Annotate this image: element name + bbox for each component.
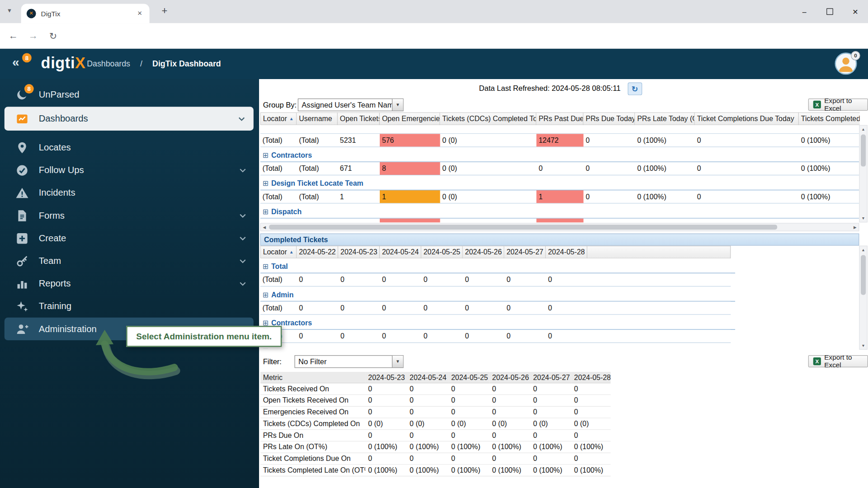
sidebar-item-label: Incidents <box>39 188 247 198</box>
column-header-open-tickets[interactable]: Open Tickets <box>338 113 380 125</box>
expand-group-icon[interactable]: ⊞ <box>262 151 268 160</box>
sidebar-item-unparsed[interactable]: 8 UnParsed <box>0 83 259 106</box>
column-header-2024-05-28[interactable]: 2024-05-28 <box>571 372 611 384</box>
browser-tab-bar: ▾ ✕ DigTix ✕ + – ✕ <box>0 0 868 23</box>
window-minimize-button[interactable]: – <box>792 0 817 23</box>
chevron-down-icon[interactable] <box>239 257 247 265</box>
team-table-horizontal-scrollbar[interactable]: ◀ ▶ <box>260 223 859 231</box>
cell: 0 <box>489 453 530 464</box>
chevron-down-icon[interactable] <box>239 166 247 174</box>
filter-label: Filter: <box>263 357 282 366</box>
column-header-2024-05-23[interactable]: 2024-05-23 <box>365 372 407 384</box>
sidebar-item-create[interactable]: Create <box>0 227 259 249</box>
window-close-button[interactable]: ✕ <box>843 0 868 23</box>
sidebar-item-team[interactable]: Team <box>0 249 259 272</box>
column-header-prs-due-today[interactable]: PRs Due Today <box>584 113 635 125</box>
column-header-blank[interactable] <box>587 246 731 258</box>
column-header-username[interactable]: Username <box>297 113 338 125</box>
chevron-down-icon[interactable] <box>239 279 247 287</box>
scroll-thumb[interactable] <box>861 255 866 295</box>
cell: 0 (100%) <box>571 465 611 476</box>
column-header-2024-05-24[interactable]: 2024-05-24 <box>380 246 421 258</box>
breadcrumb-dashboards[interactable]: Dashboards <box>87 59 130 68</box>
column-header-open-emergencies[interactable]: Open Emergencies <box>380 113 440 125</box>
group-by-select[interactable]: Assigned User's Team Name ▼ <box>298 99 404 111</box>
scroll-thumb[interactable] <box>269 225 777 230</box>
back-button[interactable]: ← <box>5 23 22 48</box>
cell: 0 <box>489 407 530 418</box>
column-header-locator[interactable]: Locator▲ <box>260 113 297 125</box>
column-header-ticket-completions-due-today[interactable]: Ticket Completions Due Today <box>695 113 799 125</box>
expand-group-icon[interactable]: ⊞ <box>262 208 268 216</box>
column-header-2024-05-24[interactable]: 2024-05-24 <box>407 372 448 384</box>
expand-group-icon[interactable]: ⊞ <box>262 180 268 188</box>
sidebar-item-follow-ups[interactable]: Follow Ups <box>0 159 259 181</box>
column-header-tickets-completed-late[interactable]: Tickets Completed Late <box>799 113 860 125</box>
column-header-2024-05-26[interactable]: 2024-05-26 <box>489 372 530 384</box>
dropdown-arrow-icon[interactable]: ▼ <box>392 356 403 367</box>
expand-group-icon[interactable]: ⊞ <box>262 263 268 271</box>
team-table-vertical-scrollbar[interactable]: ▲ ▼ <box>859 125 867 223</box>
column-header-2024-05-26[interactable]: 2024-05-26 <box>463 246 505 258</box>
scroll-up-icon[interactable]: ▲ <box>860 246 867 253</box>
reload-button[interactable]: ↻ <box>44 23 62 48</box>
refresh-button[interactable]: ↻ <box>627 82 642 95</box>
browser-tab[interactable]: ✕ DigTix ✕ <box>21 4 150 23</box>
metrics-table-header: Metric2024-05-232024-05-242024-05-252024… <box>260 372 611 384</box>
cell: 0 <box>448 407 490 418</box>
expand-group-icon[interactable]: ⊞ <box>262 347 268 349</box>
sidebar-item-incidents[interactable]: Incidents <box>0 182 259 204</box>
cell <box>537 219 584 223</box>
scroll-right-icon[interactable]: ▶ <box>851 224 859 231</box>
cell: PRs Late On (OT%) <box>260 441 366 452</box>
column-header-prs-past-due[interactable]: PRs Past Due <box>537 113 584 125</box>
forward-button[interactable]: → <box>24 23 42 48</box>
sparkles-icon <box>15 300 28 313</box>
column-header-2024-05-23[interactable]: 2024-05-23 <box>338 246 380 258</box>
column-header-locator[interactable]: Locator▲ <box>260 246 297 258</box>
sidebar-item-training[interactable]: Training <box>0 295 259 318</box>
filter-select[interactable]: No Filter ▼ <box>294 355 403 368</box>
column-header-2024-05-28[interactable]: 2024-05-28 <box>546 246 587 258</box>
tab-close-icon[interactable]: ✕ <box>136 8 144 19</box>
column-header-tickets-cdcs-completed-today[interactable]: Tickets (CDCs) Completed Today <box>440 113 536 125</box>
chevron-down-icon[interactable] <box>239 211 247 220</box>
scroll-left-icon[interactable]: ◀ <box>261 224 268 231</box>
column-header-prs-late-today-ot[interactable]: PRs Late Today (OT%) <box>635 113 694 125</box>
dropdown-arrow-icon[interactable]: ▼ <box>392 99 403 111</box>
sidebar-collapse-icon[interactable]: « <box>12 55 19 70</box>
chevron-down-icon[interactable] <box>239 234 247 242</box>
export-to-excel-button[interactable]: X Export to Excel <box>808 99 868 111</box>
cell: Tickets Completed Late On (OT%) <box>260 465 366 476</box>
cell: 0 <box>571 430 611 441</box>
column-header-2024-05-25[interactable]: 2024-05-25 <box>421 246 463 258</box>
sidebar-item-locates[interactable]: Locates <box>0 136 259 159</box>
cell: 0 <box>571 395 611 406</box>
cell: 0 (0) <box>448 418 490 429</box>
sidebar-item-forms[interactable]: Forms <box>0 204 259 227</box>
table-row: (Total)0000000 <box>260 273 731 286</box>
scroll-up-icon[interactable]: ▲ <box>860 126 867 133</box>
completed-table-vertical-scrollbar[interactable]: ▲ ▼ <box>859 246 867 350</box>
column-header-metric[interactable]: Metric <box>260 372 366 384</box>
tab-list-chevron-icon[interactable]: ▾ <box>8 7 11 14</box>
scroll-down-icon[interactable]: ▼ <box>860 342 867 349</box>
digtix-logo[interactable]: digtiX <box>41 54 86 72</box>
column-header-2024-05-27[interactable]: 2024-05-27 <box>530 372 571 384</box>
window-maximize-button[interactable] <box>817 0 842 23</box>
scroll-thumb[interactable] <box>861 135 866 167</box>
sort-asc-icon: ▲ <box>289 116 294 121</box>
group-label: Total <box>271 262 288 270</box>
column-header-2024-05-22[interactable]: 2024-05-22 <box>297 246 338 258</box>
column-header-2024-05-27[interactable]: 2024-05-27 <box>505 246 546 258</box>
scroll-down-icon[interactable]: ▼ <box>860 215 867 222</box>
expand-group-icon[interactable]: ⊞ <box>262 291 268 299</box>
sidebar-item-reports[interactable]: Reports <box>0 272 259 295</box>
chevron-down-icon[interactable] <box>237 114 245 122</box>
export-to-excel-button[interactable]: X Export to Excel <box>808 355 868 367</box>
column-header-2024-05-25[interactable]: 2024-05-25 <box>448 372 490 384</box>
cell: 0 <box>365 430 407 441</box>
sidebar-item-dashboards[interactable]: Dashboards <box>5 107 254 131</box>
new-tab-button[interactable]: + <box>162 5 168 17</box>
table-row: (Total)(Total)110 (0)100 (100%)00 (100%) <box>260 190 859 203</box>
